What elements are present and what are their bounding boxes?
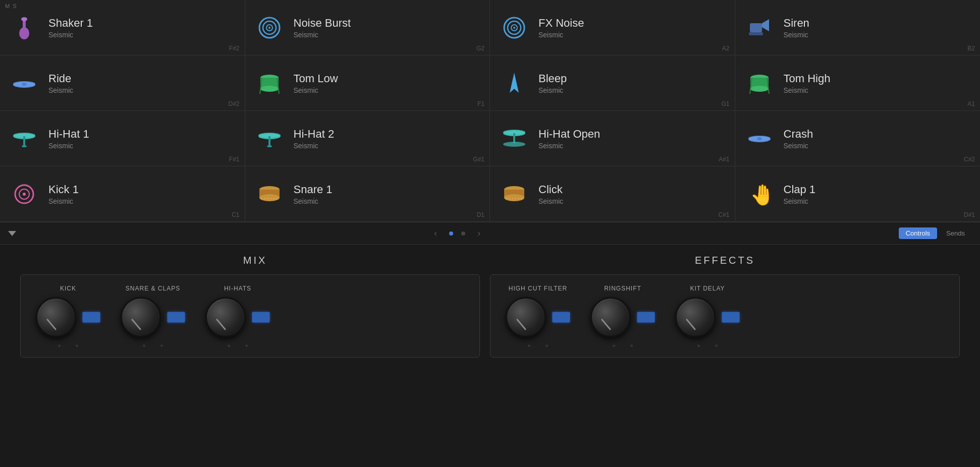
fx-knob-0-indicator xyxy=(516,319,526,330)
pad-preset: Seismic xyxy=(48,86,73,94)
m-button[interactable]: M xyxy=(5,3,10,9)
pad-note: C#2 xyxy=(964,156,975,163)
mix-knob-1-dots xyxy=(143,344,163,347)
mix-knob-1-indicator xyxy=(131,319,141,330)
svg-text:🤚: 🤚 xyxy=(750,183,773,207)
pad-icon-click xyxy=(498,178,530,210)
pad-grid: MS Shaker 1 Seismic F#2 Noise Burst Seis… xyxy=(0,0,980,222)
nav-prev[interactable]: ‹ xyxy=(430,226,441,241)
mix-knob-1-knob[interactable] xyxy=(121,297,161,337)
pad-cell-crash[interactable]: Crash Seismic C#2 xyxy=(735,111,981,166)
fx-knob-1-led[interactable] xyxy=(637,312,655,323)
mix-knob-2-row xyxy=(205,297,270,337)
pad-name: Siren xyxy=(784,17,809,30)
pad-icon-hihat2 xyxy=(253,123,286,155)
pad-cell-hi-hat-2[interactable]: Hi-Hat 2 Seismic G#1 xyxy=(245,111,491,166)
pad-preset: Seismic xyxy=(48,142,89,150)
svg-rect-11 xyxy=(750,23,762,32)
pad-preset: Seismic xyxy=(294,86,338,94)
pad-cell-clap-1[interactable]: 🤚 Clap 1 Seismic D#1 xyxy=(735,166,981,222)
pad-note: G1 xyxy=(721,100,729,107)
pad-icon-tomhigh xyxy=(743,67,776,99)
pad-icon-bleep xyxy=(498,67,530,99)
pad-note: F#1 xyxy=(229,156,240,163)
nav-left xyxy=(8,231,16,236)
fx-knob-1-group: RINGSHIFT xyxy=(590,285,655,347)
pad-note: C#1 xyxy=(718,211,729,218)
pad-preset: Seismic xyxy=(538,31,584,39)
mix-knob-2-knob[interactable] xyxy=(205,297,246,337)
pad-icon-hihat1 xyxy=(8,123,40,155)
pad-cell-siren[interactable]: Siren Seismic B2 xyxy=(735,0,981,55)
mix-knob-0-dots xyxy=(58,344,78,347)
tab-controls[interactable]: Controls xyxy=(899,227,937,239)
pad-cell-click[interactable]: Click Seismic C#1 xyxy=(490,166,735,222)
mix-knob-2-led[interactable] xyxy=(252,312,270,323)
nav-dot-active xyxy=(449,231,453,236)
fx-knob-1-knob[interactable] xyxy=(590,297,631,337)
effects-box: HIGH CUT FILTER RINGSHIFT KIT DELAY xyxy=(490,274,960,358)
pad-note: F1 xyxy=(477,100,484,107)
mix-knob-0-knob[interactable] xyxy=(36,297,76,337)
pad-icon-snare xyxy=(253,178,286,210)
mix-box: KICK SNARE & CLAPS HI-HATS xyxy=(20,274,480,358)
pad-name: Noise Burst xyxy=(294,17,351,30)
pad-cell-kick-1[interactable]: Kick 1 Seismic C1 xyxy=(0,166,245,222)
pad-cell-tom-high[interactable]: Tom High Seismic A1 xyxy=(735,55,981,111)
pad-name: Snare 1 xyxy=(294,183,333,196)
svg-point-48 xyxy=(259,194,280,201)
pad-preset: Seismic xyxy=(294,142,335,150)
pad-cell-hi-hat-open[interactable]: Hi-Hat Open Seismic A#1 xyxy=(490,111,735,166)
pad-preset: Seismic xyxy=(48,197,79,205)
fx-knob-1-label: RINGSHIFT xyxy=(604,285,641,292)
s-button[interactable]: S xyxy=(13,3,16,9)
pad-preset: Seismic xyxy=(784,31,809,39)
svg-point-2 xyxy=(21,17,27,21)
nav-dot-inactive xyxy=(461,231,465,236)
pad-preset: Seismic xyxy=(784,86,831,94)
pad-name: Click xyxy=(538,183,563,196)
fx-knob-0-knob[interactable] xyxy=(506,297,546,337)
pad-cell-hi-hat-1[interactable]: Hi-Hat 1 Seismic F#1 xyxy=(0,111,245,166)
nav-next[interactable]: › xyxy=(473,226,484,241)
collapse-arrow[interactable] xyxy=(8,231,16,236)
fx-knob-2-dots xyxy=(697,344,718,347)
mix-title: MIX xyxy=(20,255,490,266)
pad-name: Ride xyxy=(48,72,73,85)
fx-knob-2-knob[interactable] xyxy=(675,297,716,337)
pad-info: FX Noise Seismic xyxy=(538,17,584,39)
nav-right: Controls Sends xyxy=(899,227,972,239)
fx-knob-2-indicator xyxy=(686,319,696,330)
svg-point-35 xyxy=(267,145,272,147)
tab-sends[interactable]: Sends xyxy=(939,227,972,239)
fx-knob-1-indicator xyxy=(601,319,611,330)
pad-cell-fx-noise[interactable]: FX Noise Seismic A2 xyxy=(490,0,735,55)
pad-preset: Seismic xyxy=(538,197,563,205)
pad-info: Click Seismic xyxy=(538,183,563,205)
mix-knob-2-group: HI-HATS xyxy=(205,285,270,347)
pad-cell-noise-burst[interactable]: Noise Burst Seismic G2 xyxy=(245,0,491,55)
pad-preset: Seismic xyxy=(784,142,813,150)
fx-knob-1-dots xyxy=(613,344,633,347)
fx-knob-2-row xyxy=(675,297,740,337)
svg-rect-30 xyxy=(23,136,25,146)
pad-cell-shaker-1[interactable]: MS Shaker 1 Seismic F#2 xyxy=(0,0,245,55)
fx-knob-2-led[interactable] xyxy=(722,312,740,323)
fx-knob-0-row xyxy=(506,297,570,337)
fx-knob-0-label: HIGH CUT FILTER xyxy=(509,285,568,292)
mix-knob-0-led[interactable] xyxy=(82,312,100,323)
pad-info: Hi-Hat Open Seismic xyxy=(538,128,600,150)
pad-info: Ride Seismic xyxy=(48,72,73,94)
mix-knob-1-led[interactable] xyxy=(167,312,185,323)
bottom-section: MIX KICK SNARE & CLAPS HI-HATS xyxy=(0,245,980,368)
mix-knob-2-dots xyxy=(228,344,248,347)
fx-knob-0-led[interactable] xyxy=(552,312,570,323)
mix-knob-2-label: HI-HATS xyxy=(224,285,251,292)
pad-cell-ride[interactable]: Ride Seismic D#2 xyxy=(0,55,245,111)
pad-cell-snare-1[interactable]: Snare 1 Seismic D1 xyxy=(245,166,491,222)
pad-icon-tomlow xyxy=(253,67,286,99)
pad-cell-bleep[interactable]: Bleep Seismic G1 xyxy=(490,55,735,111)
pad-note: G2 xyxy=(476,45,484,52)
effects-section: EFFECTS HIGH CUT FILTER RINGSHIFT KIT DE… xyxy=(490,255,960,358)
pad-cell-tom-low[interactable]: Tom Low Seismic F1 xyxy=(245,55,491,111)
